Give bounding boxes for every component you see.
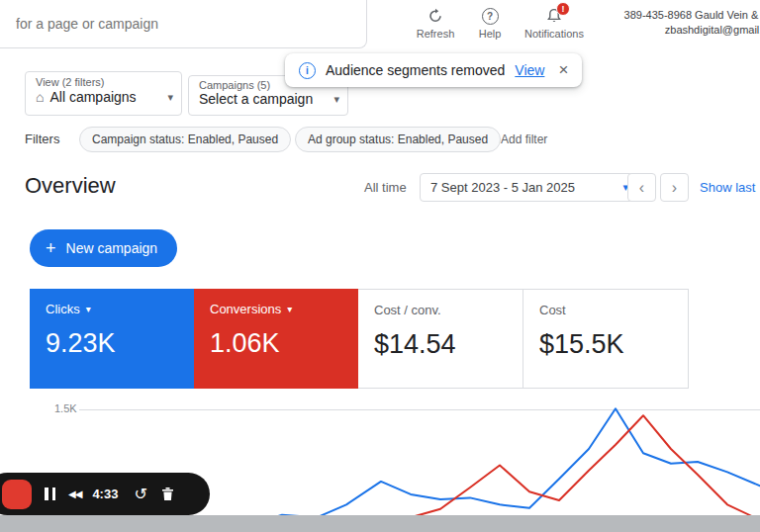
home-icon: ⌂ (36, 90, 44, 104)
date-range-value: 7 Sept 2023 - 5 Jan 2025 (430, 180, 575, 195)
plus-icon: + (46, 238, 56, 259)
date-prev-button[interactable]: ‹ (627, 173, 656, 202)
metric-card-cost[interactable]: Cost $15.5K (522, 290, 688, 388)
toast-message: Audience segments removed (326, 62, 505, 78)
chevron-down-icon: ▾ (287, 304, 292, 314)
metric-card-clicks[interactable]: Clicks ▾ 9.23K (30, 289, 194, 389)
date-next-button[interactable]: › (660, 173, 689, 202)
metric-value: $14.54 (374, 329, 507, 360)
account-info[interactable]: 389-435-8968 Gauld Vein & Va zbashdigita… (612, 8, 760, 38)
all-time-label: All time (364, 180, 407, 195)
metric-value: 9.23K (46, 328, 178, 359)
chevron-down-icon: ▾ (86, 304, 91, 314)
video-player-controls: ◀◀ 4:33 ↺ (0, 473, 210, 515)
toast-notification: i Audience segments removed View × (285, 53, 582, 87)
help-icon: ? (482, 8, 499, 25)
view-selector-label: View (2 filters) (36, 76, 181, 88)
help-button[interactable]: ? Help (465, 7, 515, 40)
toast-close-icon[interactable]: × (558, 60, 568, 80)
chevron-down-icon: ▾ (333, 93, 339, 106)
notification-badge: ! (556, 2, 570, 16)
metric-label: Clicks (46, 302, 80, 316)
chevron-right-icon: › (672, 179, 677, 197)
show-last-link[interactable]: Show last (700, 180, 755, 195)
filter-chip-campaign-status[interactable]: Campaign status: Enabled, Paused (79, 127, 291, 152)
info-icon: i (299, 62, 316, 79)
metric-label: Cost / conv. (374, 303, 441, 317)
view-selector[interactable]: View (2 filters) ⌂ All campaigns ▾ (25, 71, 182, 116)
trash-icon[interactable] (161, 487, 174, 501)
new-campaign-button[interactable]: + New campaign (30, 229, 177, 267)
recording-time: 4:33 (92, 487, 118, 501)
date-range-picker[interactable]: 7 Sept 2023 - 5 Jan 2025 ▾ (420, 173, 639, 202)
refresh-label: Refresh (406, 28, 465, 40)
google-ads-overview-screen: Refresh ? Help ! Notifications 389-435-8… (0, 0, 760, 532)
search-box[interactable] (0, 0, 367, 48)
toast-view-link[interactable]: View (515, 62, 544, 78)
metric-value: $15.5K (539, 329, 672, 360)
search-input[interactable] (14, 15, 344, 33)
metric-cards: Clicks ▾ 9.23K Conversions ▾ 1.06K Cost … (30, 289, 689, 389)
metric-card-conversions[interactable]: Conversions ▾ 1.06K (194, 289, 358, 389)
metric-card-cost-per-conv[interactable]: Cost / conv. $14.54 (358, 290, 522, 388)
filter-chip-adgroup-status[interactable]: Ad group status: Enabled, Paused (295, 127, 501, 152)
help-label: Help (465, 28, 515, 40)
campaign-selector-value: Select a campaign (199, 91, 313, 107)
metric-label: Cost (539, 303, 566, 317)
rewind-icon[interactable]: ◀◀ (68, 488, 81, 499)
page-title: Overview (25, 173, 116, 199)
refresh-icon (406, 7, 465, 25)
refresh-button[interactable]: Refresh (406, 7, 465, 40)
bottom-strip (0, 515, 760, 532)
chevron-left-icon: ‹ (639, 179, 644, 197)
view-selector-value: All campaigns (49, 89, 136, 105)
account-email: zbashdigital@gmail.co (612, 23, 760, 38)
notifications-label: Notifications (517, 28, 592, 40)
chevron-down-icon: ▾ (167, 91, 173, 104)
restart-icon[interactable]: ↺ (134, 487, 146, 502)
account-phone-name: 389-435-8968 Gauld Vein & Va (612, 8, 760, 23)
add-filter-button[interactable]: Add filter (501, 133, 547, 146)
filters-label: Filters (25, 132, 59, 146)
notifications-button[interactable]: ! Notifications (517, 7, 592, 40)
record-stop-button[interactable] (2, 480, 32, 509)
metric-value: 1.06K (210, 328, 342, 359)
new-campaign-label: New campaign (66, 240, 158, 256)
pause-button[interactable] (45, 488, 55, 500)
metric-label: Conversions (210, 302, 281, 316)
